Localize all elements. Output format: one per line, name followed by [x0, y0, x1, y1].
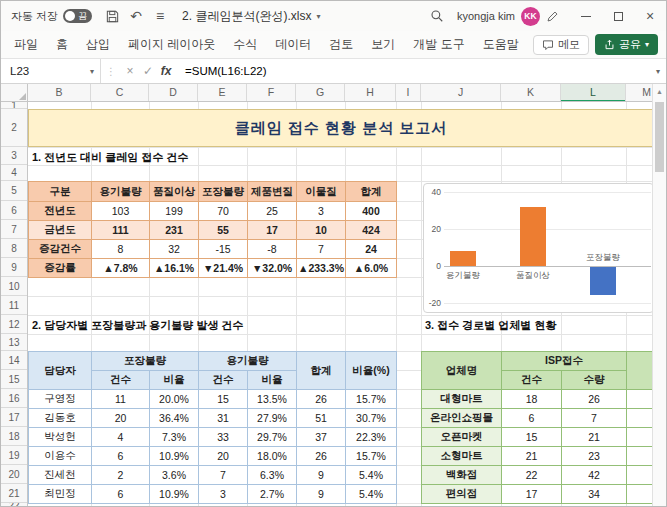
t1-cell[interactable]: 70: [199, 202, 248, 221]
t1-cell[interactable]: 424: [346, 221, 397, 240]
t1-cell[interactable]: 231: [150, 221, 199, 240]
vertical-scrollbar[interactable]: ▲: [652, 84, 666, 506]
t3-subheader-cell[interactable]: 건수: [502, 371, 562, 390]
t1-row-label[interactable]: 금년도: [29, 221, 92, 240]
t2-subheader-cell[interactable]: 건수: [199, 371, 248, 390]
t1-cell[interactable]: 8: [92, 240, 150, 259]
t2-cell[interactable]: 22.3%: [346, 428, 397, 447]
t2-cell[interactable]: 10.9%: [150, 485, 199, 504]
column-header-C[interactable]: C: [91, 84, 149, 102]
t2-name-cell[interactable]: 이용수: [29, 447, 92, 466]
row-header-15[interactable]: 15: [1, 370, 27, 389]
row-header-11[interactable]: 11: [1, 296, 27, 315]
chart-bar-용기불량[interactable]: [450, 251, 476, 266]
t3-cell[interactable]: 23: [562, 447, 627, 466]
t2-cell[interactable]: 18.0%: [248, 447, 297, 466]
t1-cell[interactable]: 7: [297, 240, 346, 259]
report-title-cell[interactable]: 클레임 접수 현황 분석 보고서: [28, 109, 654, 147]
t2-subheader-cell[interactable]: 건수: [92, 371, 150, 390]
t2-cell[interactable]: 5.4%: [346, 466, 397, 485]
t2-cell[interactable]: 7: [199, 466, 248, 485]
t2-subheader-cell[interactable]: 비율: [248, 371, 297, 390]
t2-cell[interactable]: 11: [92, 390, 150, 409]
t2-cell[interactable]: 20.0%: [150, 390, 199, 409]
t2-header-cell[interactable]: 용기불량: [199, 352, 297, 371]
t3-cell[interactable]: 26: [562, 390, 627, 409]
t1-cell[interactable]: ▲16.1%: [150, 259, 199, 278]
column-header-B[interactable]: B: [28, 84, 91, 102]
t1-cell[interactable]: 103: [92, 202, 150, 221]
row-header-19[interactable]: 19: [1, 446, 27, 465]
column-header-E[interactable]: E: [198, 84, 247, 102]
row-header-12[interactable]: 12: [1, 315, 27, 334]
t2-cell[interactable]: 26: [297, 447, 346, 466]
t2-cell[interactable]: 3: [199, 485, 248, 504]
t3-cell[interactable]: 22: [502, 466, 562, 485]
t3-cell[interactable]: [627, 409, 654, 428]
t2-cell[interactable]: 10.9%: [150, 447, 199, 466]
t1-cell[interactable]: 111: [92, 221, 150, 240]
t1-header-cell[interactable]: 용기불량: [92, 182, 150, 202]
t1-cell[interactable]: ▼32.0%: [248, 259, 297, 278]
t3-cell[interactable]: 34: [562, 485, 627, 504]
section3-title[interactable]: 3. 접수 경로별 업체별 현황: [425, 318, 556, 333]
t2-name-cell[interactable]: 김동호: [29, 409, 92, 428]
t1-header-cell[interactable]: 이물질: [297, 182, 346, 202]
t3-cell[interactable]: [627, 485, 654, 504]
t2-cell[interactable]: 9: [297, 485, 346, 504]
t3-company-cell[interactable]: 오픈마켓: [422, 428, 502, 447]
row-header-9[interactable]: 9: [1, 258, 27, 277]
t2-cell[interactable]: 30.7%: [346, 409, 397, 428]
t3-header-cell[interactable]: [627, 352, 654, 390]
t2-header-cell[interactable]: 담당자: [29, 352, 92, 390]
column-header-D[interactable]: D: [149, 84, 198, 102]
t3-company-cell[interactable]: 편의점: [422, 485, 502, 504]
t2-cell[interactable]: 2: [92, 466, 150, 485]
row-header-2[interactable]: 2: [1, 109, 27, 147]
t1-cell[interactable]: 400: [346, 202, 397, 221]
row-header-4[interactable]: 4: [1, 165, 27, 181]
t1-header-cell[interactable]: 구분: [29, 182, 92, 202]
row-header-7[interactable]: 7: [1, 220, 27, 239]
t1-cell[interactable]: 55: [199, 221, 248, 240]
row-header-21[interactable]: 21: [1, 484, 27, 503]
t2-name-cell[interactable]: 진세천: [29, 466, 92, 485]
t1-cell[interactable]: 25: [248, 202, 297, 221]
t1-cell[interactable]: ▲6.0%: [346, 259, 397, 278]
t1-cell[interactable]: ▼21.4%: [199, 259, 248, 278]
t1-header-cell[interactable]: 제품변질: [248, 182, 297, 202]
t2-header-cell[interactable]: 비율(%): [346, 352, 397, 390]
t2-name-cell[interactable]: 구영정: [29, 390, 92, 409]
t3-cell[interactable]: 18: [502, 390, 562, 409]
column-header-L[interactable]: L: [561, 84, 626, 102]
t3-cell[interactable]: 7: [562, 409, 627, 428]
row-header-14[interactable]: 14: [1, 351, 27, 370]
t3-cell[interactable]: 21: [562, 428, 627, 447]
t2-cell[interactable]: 15.7%: [346, 390, 397, 409]
t1-cell[interactable]: 24: [346, 240, 397, 259]
t2-cell[interactable]: 6: [92, 447, 150, 466]
t3-subheader-cell[interactable]: 수량: [562, 371, 627, 390]
t2-cell[interactable]: 27.9%: [248, 409, 297, 428]
t2-cell[interactable]: 29.7%: [248, 428, 297, 447]
t3-cell[interactable]: [627, 428, 654, 447]
t1-cell[interactable]: 10: [297, 221, 346, 240]
t2-cell[interactable]: 7.3%: [150, 428, 199, 447]
t2-name-cell[interactable]: 박성헌: [29, 428, 92, 447]
t3-cell[interactable]: 21: [502, 447, 562, 466]
column-header-M[interactable]: M: [626, 84, 654, 102]
t3-cell[interactable]: [627, 390, 654, 409]
row-header-1[interactable]: 1: [1, 102, 27, 109]
embedded-bar-chart[interactable]: 40200-20용기불량품질이상포장불량: [423, 183, 654, 313]
t1-cell[interactable]: ▲233.3%: [297, 259, 346, 278]
t1-cell[interactable]: ▲7.8%: [92, 259, 150, 278]
scrollbar-thumb[interactable]: [655, 102, 664, 172]
t2-cell[interactable]: 15.7%: [346, 447, 397, 466]
t2-cell[interactable]: 37: [297, 428, 346, 447]
column-header-F[interactable]: F: [247, 84, 296, 102]
column-header-H[interactable]: H: [345, 84, 396, 102]
t1-cell[interactable]: 199: [150, 202, 199, 221]
column-header-J[interactable]: J: [421, 84, 501, 102]
t1-cell[interactable]: 17: [248, 221, 297, 240]
t1-cell[interactable]: 3: [297, 202, 346, 221]
